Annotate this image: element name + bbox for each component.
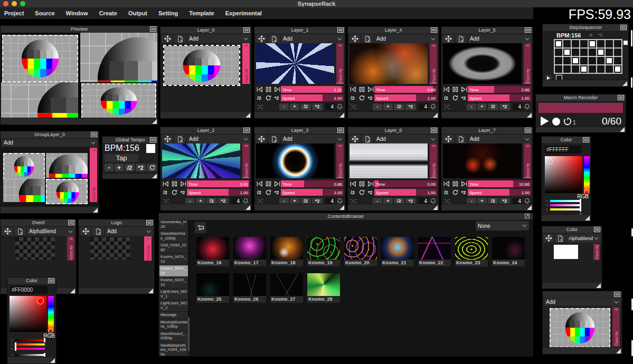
beat-minus-button[interactable]: - xyxy=(373,103,382,110)
step-cell[interactable] xyxy=(613,65,622,73)
step-cell[interactable] xyxy=(588,56,597,65)
loop-icon[interactable] xyxy=(264,94,272,101)
content-thumbnail[interactable]: Kosmo_25 xyxy=(196,273,229,303)
step-cell[interactable] xyxy=(571,48,580,56)
shuffle-icon[interactable] xyxy=(162,198,170,204)
skip-forward-icon[interactable] xyxy=(273,180,281,187)
sv-picker-handle[interactable] xyxy=(37,298,44,304)
menu-item-output[interactable]: Output xyxy=(128,10,147,16)
beat-half-button[interactable]: /2 xyxy=(394,103,404,110)
source-dropdown[interactable]: Add xyxy=(468,135,532,143)
skip-back-icon[interactable] xyxy=(256,86,263,93)
time-slider[interactable]: Time1.31 xyxy=(281,86,344,93)
resize-handle[interactable] xyxy=(50,358,55,363)
source-dropdown[interactable]: Add xyxy=(468,34,532,43)
panel-menu-icon[interactable] xyxy=(594,227,600,232)
bpm-plus-button[interactable]: + xyxy=(115,164,124,171)
layer-preview[interactable] xyxy=(443,143,522,178)
content-thumbnail[interactable]: Kosmo_23 xyxy=(455,237,488,266)
bell-icon[interactable] xyxy=(523,103,531,110)
slider-handle[interactable] xyxy=(580,207,581,212)
beat-count-field[interactable]: 4 xyxy=(513,103,522,110)
skip-back-icon[interactable] xyxy=(162,180,169,187)
move-tool-icon[interactable] xyxy=(543,234,554,243)
skip-forward-icon[interactable] xyxy=(273,86,281,93)
content-thumbnail[interactable]: Kosmo_27 xyxy=(270,273,303,303)
clear-clip-icon[interactable] xyxy=(455,34,467,43)
content-thumbnail[interactable]: Kosmo_19 xyxy=(307,237,340,266)
over0-blend-dropdown[interactable]: AlphaBlend xyxy=(27,227,75,236)
content-thumbnail[interactable]: Kosmo_22 xyxy=(418,237,451,266)
shuffle-icon[interactable] xyxy=(349,104,357,110)
resize-handle[interactable] xyxy=(70,289,75,293)
resize-handle[interactable] xyxy=(433,205,438,210)
layer-titlebar[interactable]: Layer_5 xyxy=(441,27,533,34)
logo-opacity-slider[interactable]: 1 Opacity xyxy=(144,236,152,261)
menu-item-template[interactable]: Template xyxy=(189,10,214,16)
pause-icon[interactable] xyxy=(358,180,366,187)
over0-opacity-slider[interactable]: 0 Opacity xyxy=(67,236,74,261)
file-list-item[interactable]: LightLines_MOV_2 xyxy=(159,300,188,312)
menu-item-project[interactable]: Project xyxy=(4,10,24,16)
step-cell[interactable] xyxy=(580,65,588,73)
menu-item-source[interactable]: Source xyxy=(35,10,54,16)
step-cell[interactable] xyxy=(554,56,563,65)
shuffle-icon[interactable] xyxy=(349,198,357,204)
shuffle-icon[interactable] xyxy=(256,104,264,110)
pause-icon[interactable] xyxy=(451,180,459,187)
edge-scrollbar-mark[interactable] xyxy=(631,30,632,46)
step-cell[interactable] xyxy=(580,48,588,56)
step-cell[interactable] xyxy=(563,48,571,56)
opacity-slider[interactable]: 0Opacity xyxy=(336,43,344,84)
menu-item-experimental[interactable]: Experimental xyxy=(225,10,262,16)
file-list-item[interactable]: NewBabylonNew_H264_1080p xyxy=(159,342,188,356)
panel-menu-icon[interactable] xyxy=(150,137,156,142)
content-thumbnail[interactable]: Kosmo_28 xyxy=(307,273,340,303)
beat-half-button[interactable]: /2 xyxy=(488,103,498,110)
bpm-double-button[interactable]: *2 xyxy=(136,164,146,171)
layer-titlebar[interactable]: Layer_2 xyxy=(160,127,251,135)
half-speed-button[interactable]: /2 xyxy=(442,189,450,196)
pause-icon[interactable] xyxy=(264,86,272,93)
step-cell[interactable] xyxy=(597,65,605,73)
channel-slider[interactable] xyxy=(15,348,45,350)
pause-icon[interactable] xyxy=(358,86,366,93)
source-dropdown[interactable]: Add xyxy=(187,34,250,43)
file-list-item[interactable]: Geometrika_H26 xyxy=(159,221,188,231)
move-tool-icon[interactable] xyxy=(349,135,361,143)
speed-slider[interactable]: Speed1.00 xyxy=(281,189,344,196)
content-thumbnail[interactable]: Kosmo_21 xyxy=(381,237,414,266)
step-cell[interactable] xyxy=(605,40,613,48)
skip-forward-icon[interactable] xyxy=(367,86,375,93)
clear-clip-icon[interactable] xyxy=(362,34,373,43)
step-cell[interactable] xyxy=(605,65,613,73)
pause-icon[interactable] xyxy=(451,86,459,93)
step-cell[interactable] xyxy=(605,48,613,56)
loop-icon[interactable] xyxy=(170,189,178,196)
step-cell[interactable] xyxy=(588,65,597,73)
layer-preview[interactable] xyxy=(163,45,240,86)
step-cell[interactable] xyxy=(571,40,580,48)
file-list-item[interactable]: GlassMachines_1080p xyxy=(159,231,188,242)
source-dropdown[interactable]: Add xyxy=(374,34,438,43)
panel-menu-icon[interactable] xyxy=(525,128,531,133)
loop-icon[interactable] xyxy=(451,94,459,101)
step-cell[interactable] xyxy=(580,40,588,48)
menu-item-create[interactable]: Create xyxy=(99,10,117,16)
resize-handle[interactable] xyxy=(93,208,98,213)
content-thumbnail[interactable]: Kosmo_20 xyxy=(344,237,377,266)
move-tool-icon[interactable] xyxy=(256,34,267,43)
content-thumbnail[interactable]: Kosmo_26 xyxy=(233,273,266,303)
clear-clip-icon[interactable] xyxy=(268,34,280,43)
step-cell[interactable] xyxy=(554,65,563,73)
opacity-slider[interactable]: 0Opacity xyxy=(524,43,531,84)
panel-menu-icon[interactable] xyxy=(146,220,153,225)
half-speed-button[interactable]: /2 xyxy=(442,94,450,101)
speed-slider[interactable]: Speed1.00 xyxy=(468,189,531,196)
pause-icon[interactable] xyxy=(171,180,178,187)
skip-forward-icon[interactable] xyxy=(367,180,375,187)
layer-preview[interactable] xyxy=(256,43,334,84)
bell-icon[interactable] xyxy=(429,103,437,110)
file-list-item[interactable]: Kosmo_MOV_10 xyxy=(159,265,188,277)
hue-slider[interactable] xyxy=(48,296,54,332)
